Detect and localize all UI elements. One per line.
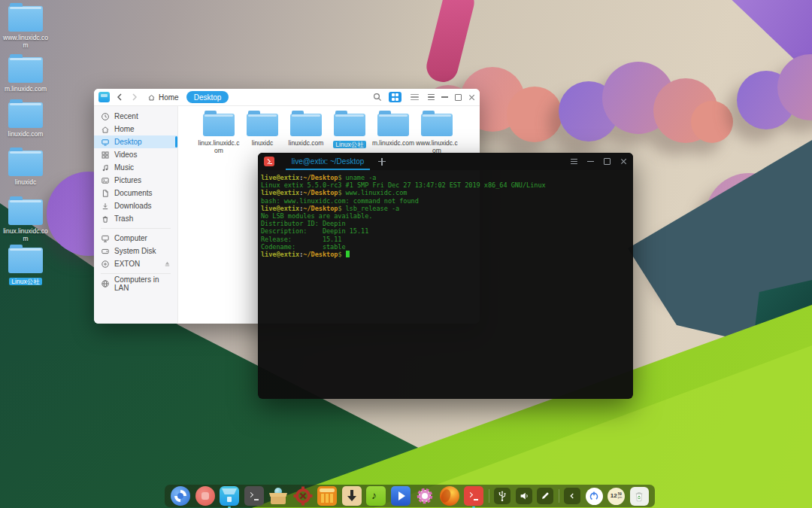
- desktop-folder-linux-gongshe[interactable]: Linux公社: [6, 248, 45, 287]
- folder-icon: [8, 248, 43, 273]
- launcher-icon[interactable]: [171, 486, 190, 506]
- sidebar-item-pictures[interactable]: Pictures: [94, 174, 177, 187]
- dock-separator: [489, 489, 489, 503]
- search-icon[interactable]: [373, 93, 382, 102]
- power-button[interactable]: [586, 488, 603, 505]
- desktop-folder-label: m.linuxidc.com: [2, 85, 50, 93]
- deepin-terminal-icon[interactable]: [464, 486, 483, 506]
- sidebar-label: Videos: [114, 151, 137, 159]
- terminal-line: Description: Deepin 15.11: [261, 227, 630, 235]
- dark-terminal-icon[interactable]: [244, 486, 264, 506]
- list-view-button[interactable]: [408, 92, 421, 102]
- picture-icon: [101, 176, 110, 185]
- eject-icon[interactable]: [164, 260, 171, 267]
- folder-item-linux.linuxidc.com[interactable]: linux.linuxidc.com: [197, 114, 241, 154]
- sidebar-item-system-disk[interactable]: System Disk: [94, 245, 177, 257]
- folder-label: linuxidc: [241, 139, 284, 147]
- sidebar-item-desktop[interactable]: Desktop: [94, 135, 177, 148]
- maximize-icon[interactable]: [604, 158, 611, 165]
- download-arrow-icon: [101, 202, 110, 211]
- sidebar-separator: [101, 273, 171, 274]
- sidebar-item-music[interactable]: Music: [94, 161, 177, 174]
- sidebar-item-recent[interactable]: Recent: [94, 110, 177, 123]
- folder-icon: [290, 114, 322, 136]
- home-icon: [147, 93, 156, 102]
- sidebar-item-downloads[interactable]: Downloads: [94, 199, 177, 212]
- volume-tray-icon[interactable]: [516, 488, 532, 504]
- maximize-icon[interactable]: [455, 94, 462, 101]
- optical-disc-icon: [101, 260, 110, 269]
- minimize-icon[interactable]: [441, 96, 448, 97]
- folder-item-m.linuxidc.com[interactable]: m.linuxidc.com: [371, 114, 415, 154]
- new-tab-icon[interactable]: [377, 157, 386, 166]
- trash-icon[interactable]: [630, 487, 649, 506]
- terminal-line: No LSB modules are available.: [261, 212, 630, 220]
- file-manager-icon[interactable]: [220, 486, 239, 506]
- grid-view-button[interactable]: [389, 92, 401, 102]
- terminal-line: Distributor ID: Deepin: [261, 220, 630, 227]
- terminal-tab[interactable]: live@extix: ~/Desktop: [286, 153, 370, 170]
- breadcrumb-home[interactable]: Home: [144, 93, 182, 102]
- menu-icon[interactable]: [428, 94, 435, 100]
- sidebar-item-documents[interactable]: Documents: [94, 187, 177, 199]
- desktop-folder-www.linuxidc.com[interactable]: www.linuxidc.com: [6, 6, 45, 49]
- wallpaper-cloud: [737, 54, 812, 143]
- package-installer-icon[interactable]: [268, 486, 288, 506]
- downloader-icon[interactable]: [342, 486, 362, 506]
- file-manager-titlebar: Home Desktop: [94, 89, 480, 106]
- folder-icon: [203, 114, 235, 136]
- collapse-chevron-icon[interactable]: [564, 488, 580, 504]
- desktop-folder-linuxidc.com[interactable]: linuxidc.com: [6, 102, 45, 138]
- close-icon[interactable]: [620, 158, 627, 165]
- sidebar-label: Computer: [114, 234, 147, 242]
- sidebar-label: Home: [114, 125, 135, 133]
- sidebar-label: Recent: [114, 112, 138, 120]
- folder-item-linuxidc.com[interactable]: linuxidc.com: [284, 114, 328, 154]
- folder-icon: [377, 114, 409, 136]
- folder-item-linuxidc[interactable]: linuxidc: [241, 114, 284, 154]
- pen-input-tray-icon[interactable]: [537, 488, 553, 504]
- sidebar-item-trash[interactable]: Trash: [94, 212, 177, 225]
- desktop-folder-m.linuxidc.com[interactable]: m.linuxidc.com: [6, 57, 45, 93]
- deepin-desktop: { "desktop": { "icons": [ {"label": "www…: [0, 0, 812, 508]
- screen-recorder-icon[interactable]: [195, 486, 215, 506]
- sidebar-label: Trash: [114, 214, 133, 223]
- computer-monitor-icon: [101, 234, 110, 243]
- folder-item-www.linuxidc.com[interactable]: www.linuxidc.com: [415, 114, 459, 154]
- sidebar-item-videos[interactable]: Videos: [94, 148, 177, 161]
- forward-button[interactable]: [129, 92, 140, 102]
- gear-settings-icon[interactable]: [415, 486, 435, 506]
- sidebar-label: Downloads: [114, 202, 151, 210]
- usb-device-tray-icon[interactable]: [494, 488, 511, 504]
- home-icon: [101, 125, 110, 134]
- terminal-line: live@extix:~/Desktop$www.linuxidc.com: [261, 189, 630, 196]
- sidebar-item-exton[interactable]: EXTON: [94, 257, 177, 270]
- menu-icon[interactable]: [571, 159, 577, 165]
- video-grid-icon: [101, 151, 110, 160]
- beer-mug-app-icon[interactable]: [317, 486, 337, 506]
- close-icon[interactable]: [468, 94, 475, 101]
- clock-tray-widget[interactable]: 12 59 pm: [607, 488, 625, 505]
- sidebar-label: System Disk: [114, 247, 156, 255]
- movie-player-icon[interactable]: [391, 486, 411, 506]
- desktop-folder-linux.linuxidc.com[interactable]: linux.linuxidc.com: [6, 199, 45, 242]
- desktop-monitor-icon: [101, 138, 110, 147]
- sidebar-item-computer[interactable]: Computer: [94, 232, 177, 245]
- minimize-icon[interactable]: [587, 161, 594, 162]
- terminal-app-icon: [264, 157, 274, 166]
- desktop-folder-linuxidc[interactable]: linuxidc: [6, 151, 45, 186]
- repair-tool-icon[interactable]: [293, 486, 313, 506]
- breadcrumb-home-label: Home: [159, 93, 179, 102]
- terminal-window: live@extix: ~/Desktop live@extix:~/Deskt…: [258, 153, 633, 399]
- folder-item-linux-gongshe[interactable]: Linux公社: [328, 114, 371, 154]
- wallpaper-cloud: [559, 62, 728, 160]
- firefox-icon[interactable]: [440, 486, 459, 506]
- folder-icon: [334, 114, 365, 136]
- terminal-line: live@extix:~/Desktop$lsb_release -a: [261, 205, 630, 212]
- sidebar-item-computers-in-lan[interactable]: Computers in LAN: [94, 277, 177, 290]
- back-button[interactable]: [114, 92, 125, 102]
- breadcrumb-desktop[interactable]: Desktop: [186, 91, 229, 103]
- music-player-icon[interactable]: [366, 486, 386, 506]
- sidebar-item-home[interactable]: Home: [94, 123, 177, 135]
- folder-label: linuxidc.com: [284, 139, 328, 147]
